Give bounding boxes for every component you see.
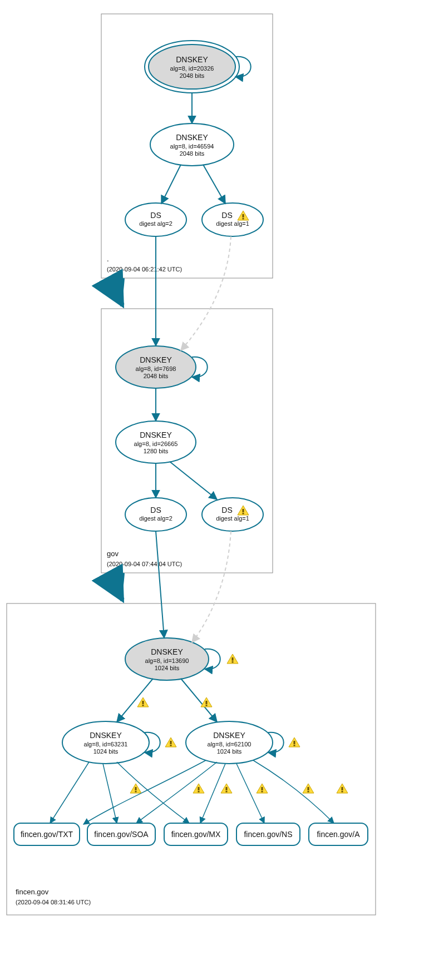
svg-text:DNSKEY: DNSKEY: [176, 133, 208, 142]
svg-point-27: [125, 498, 186, 531]
edge-govds1-finksk: [192, 531, 231, 642]
zone-gov-ts: (2020-09-04 07:44:04 UTC): [107, 561, 182, 567]
warning-icon: [193, 784, 204, 793]
warning-icon: [130, 784, 141, 793]
svg-text:DNSKEY: DNSKEY: [151, 647, 183, 656]
edge-z1-mx: [117, 762, 189, 823]
edge-gov-to-fincen: [121, 573, 122, 600]
edge-ds1-govksk: [181, 236, 231, 350]
warning-icon: [221, 784, 232, 793]
svg-text:digest alg=1: digest alg=1: [216, 220, 249, 227]
node-root-ksk: DNSKEY alg=8, id=20326 2048 bits: [145, 41, 239, 93]
edge-root-zsk-ds2: [161, 165, 181, 204]
svg-text:2048 bits: 2048 bits: [144, 373, 169, 379]
svg-text:alg=8, id=46594: alg=8, id=46594: [170, 143, 214, 150]
svg-text:fincen.gov/A: fincen.gov/A: [317, 830, 360, 839]
node-fin-ksk: DNSKEY alg=8, id=13690 1024 bits: [125, 638, 209, 680]
svg-text:DS: DS: [150, 506, 161, 514]
warning-icon: [227, 654, 238, 664]
warning-icon: [289, 738, 300, 747]
node-gov-ds2: DS digest alg=2: [125, 498, 186, 531]
edge-z1-txt: [50, 762, 89, 823]
svg-point-15: [202, 203, 263, 236]
node-gov-zsk: DNSKEY alg=8, id=26665 1280 bits: [116, 421, 196, 463]
zone-root-ts: (2020-09-04 06:21:42 UTC): [107, 266, 182, 273]
node-gov-ds1: DS digest alg=1: [202, 498, 263, 531]
zone-root-label: .: [107, 255, 109, 263]
svg-text:DNSKEY: DNSKEY: [90, 731, 122, 740]
warning-icon: [137, 697, 149, 707]
edge-z1-soa: [103, 764, 117, 823]
svg-text:DNSKEY: DNSKEY: [176, 55, 208, 64]
svg-text:digest alg=2: digest alg=2: [139, 220, 172, 227]
svg-text:fincen.gov/MX: fincen.gov/MX: [171, 830, 221, 839]
zone-gov-label: gov: [107, 550, 119, 558]
zone-fincen-label: fincen.gov: [16, 888, 49, 896]
svg-text:alg=8, id=63231: alg=8, id=63231: [84, 741, 128, 748]
svg-text:digest alg=2: digest alg=2: [139, 515, 172, 522]
zone-fincen-ts: (2020-09-04 08:31:46 UTC): [16, 899, 91, 905]
warning-icon: [257, 784, 268, 793]
node-root-ds1: DS digest alg=1: [202, 203, 263, 236]
node-gov-ksk: DNSKEY alg=8, id=7698 2048 bits: [116, 346, 196, 388]
edge-fin-ksk-z1: [117, 679, 153, 722]
edge-fin-ksk-z2: [181, 679, 217, 722]
node-root-ds2: DS digest alg=2: [125, 203, 186, 236]
svg-text:DNSKEY: DNSKEY: [140, 430, 172, 439]
node-fin-z2: DNSKEY alg=8, id=62100 1024 bits: [186, 721, 273, 764]
svg-text:2048 bits: 2048 bits: [180, 72, 205, 79]
rr-mx: fincen.gov/MX: [164, 823, 228, 845]
node-root-zsk: DNSKEY alg=8, id=46594 2048 bits: [150, 123, 234, 166]
warning-icon: [201, 697, 212, 707]
svg-text:DS: DS: [150, 211, 161, 220]
svg-text:DS: DS: [221, 506, 232, 514]
svg-text:alg=8, id=7698: alg=8, id=7698: [136, 365, 176, 372]
svg-text:alg=8, id=62100: alg=8, id=62100: [208, 741, 252, 748]
rr-ns: fincen.gov/NS: [236, 823, 300, 845]
svg-text:fincen.gov/NS: fincen.gov/NS: [244, 830, 292, 839]
svg-point-30: [202, 498, 263, 531]
edge-gov-zsk-ds1: [170, 462, 217, 499]
edge-root-zsk-ds1: [203, 165, 225, 204]
node-fin-z1: DNSKEY alg=8, id=63231 1024 bits: [62, 721, 149, 764]
warning-icon: [303, 784, 314, 793]
rr-txt: fincen.gov/TXT: [14, 823, 80, 845]
svg-text:fincen.gov/SOA: fincen.gov/SOA: [94, 830, 149, 839]
svg-text:digest alg=1: digest alg=1: [216, 515, 249, 522]
warning-icon: [165, 738, 176, 747]
zone-gov: gov (2020-09-04 07:44:04 UTC) DNSKEY alg…: [101, 236, 273, 573]
svg-text:1024 bits: 1024 bits: [155, 665, 180, 671]
svg-text:1024 bits: 1024 bits: [93, 748, 119, 755]
zone-root: . (2020-09-04 06:21:42 UTC) DNSKEY alg=8…: [101, 14, 273, 278]
svg-point-12: [125, 203, 186, 236]
svg-text:alg=8, id=13690: alg=8, id=13690: [145, 657, 189, 664]
edge-root-to-gov: [121, 278, 122, 305]
dnssec-diagram: . (2020-09-04 06:21:42 UTC) DNSKEY alg=8…: [0, 0, 429, 980]
svg-text:DNSKEY: DNSKEY: [140, 355, 172, 364]
edge-govds2-finksk: [156, 531, 164, 638]
svg-text:DNSKEY: DNSKEY: [213, 731, 245, 740]
svg-text:alg=8, id=20326: alg=8, id=20326: [170, 65, 214, 72]
edge-z2-txt: [83, 760, 206, 824]
svg-text:DS: DS: [221, 211, 232, 220]
svg-text:1280 bits: 1280 bits: [144, 448, 169, 454]
svg-text:2048 bits: 2048 bits: [180, 150, 205, 157]
svg-text:alg=8, id=26665: alg=8, id=26665: [134, 440, 178, 447]
warning-icon: [337, 784, 348, 793]
svg-text:1024 bits: 1024 bits: [217, 748, 242, 755]
zone-fincen: fincen.gov (2020-09-04 08:31:46 UTC) DNS…: [7, 531, 376, 915]
rr-soa: fincen.gov/SOA: [87, 823, 155, 845]
rr-a: fincen.gov/A: [309, 823, 368, 845]
svg-text:fincen.gov/TXT: fincen.gov/TXT: [21, 830, 73, 839]
